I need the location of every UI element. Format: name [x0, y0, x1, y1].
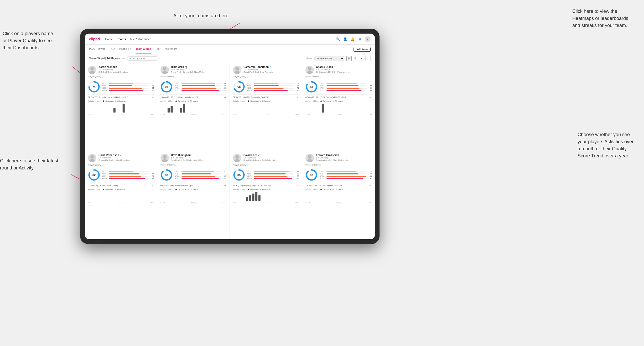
player-card[interactable]: Aaron Nicholls 11-15 Handicap Drift Golf…: [85, 63, 157, 151]
latest-round[interactable]: 18 Jul 23 | 74 (+4), Sunningdale GC - Ol…: [305, 183, 372, 187]
latest-round[interactable]: 04 Sep 23 | Mobility with coach, Gym →: [160, 183, 226, 187]
quality-section[interactable]: 74 OTT 60 APP 58 ARG 84 PUTT 85: [88, 81, 154, 93]
info-icon[interactable]: ℹ: [365, 56, 371, 61]
date-mid: 21 Aug: [118, 114, 123, 115]
player-card[interactable]: Charlie Quick ✔ 6-10 Handicap St. George…: [302, 63, 375, 151]
sub-nav-all-players[interactable]: All Players: [165, 45, 177, 54]
avatar[interactable]: ●: [365, 36, 371, 42]
quality-circle[interactable]: 83: [305, 81, 318, 93]
round-text: 26 Aug 23 | 84 (+12), Royal North Devon …: [233, 184, 272, 187]
latest-round[interactable]: 05 Mar 23 | 19, Must make putting →: [88, 183, 154, 187]
player-avatar: [160, 154, 169, 162]
player-name[interactable]: Charlie Quick ✔: [316, 66, 372, 68]
player-name[interactable]: David Ford ✔: [243, 154, 299, 157]
player-name[interactable]: Cameron Robertson ✔: [243, 66, 299, 68]
stat-row-putt: PUTT 95: [175, 89, 226, 91]
round-arrow-icon[interactable]: →: [369, 184, 372, 187]
show-select[interactable]: Player Activity Quality Score Trend: [314, 56, 344, 61]
filter-icon[interactable]: ▼: [359, 56, 364, 61]
nav-item-home[interactable]: Home: [105, 38, 113, 41]
nav-item-performance[interactable]: My Performance: [130, 38, 152, 41]
quality-section[interactable]: 85 OTT 89 APP 80 ARG 83 PUTT 96: [233, 169, 299, 181]
round-arrow-icon[interactable]: →: [296, 184, 299, 187]
off-course-label: Off course: [335, 188, 343, 190]
nav-item-teams[interactable]: Teams: [117, 38, 126, 41]
player-card[interactable]: Cameron Robertson ✔ 11-15 Handicap Royal…: [230, 63, 302, 151]
player-name[interactable]: Blair McHarg: [171, 66, 226, 68]
quality-circle[interactable]: 68: [233, 81, 245, 93]
round-arrow-icon[interactable]: →: [369, 96, 372, 99]
svg-text:83: 83: [310, 85, 313, 88]
quality-section[interactable]: 83 OTT 77 APP 80 ARG 83 PUTT 86: [305, 81, 372, 93]
quality-section[interactable]: 93 OTT 84 APP 85 ARG 88 PUTT 95: [160, 81, 226, 93]
on-course-label: On course: [323, 100, 331, 102]
quality-stats: OTT 89 APP 80 ARG 83 PUTT 96: [247, 171, 299, 179]
round-text: 07 Aug 23 | 77 (+7), St George's Hill GC…: [305, 96, 347, 98]
player-name[interactable]: Dave Billingham: [171, 154, 226, 157]
player-handicap: 11-15 Handicap: [243, 68, 299, 71]
quality-circle[interactable]: 74: [88, 81, 100, 93]
quality-section[interactable]: 68 OTT 61 APP 63 ARG 75 PUTT 85: [233, 81, 299, 93]
sub-nav-team-clippd[interactable]: Team Clippd: [136, 45, 151, 54]
player-info: Chris Robertson ✔ 1-5 Handicap Craigmill…: [98, 154, 154, 161]
settings-icon[interactable]: ⚙️: [357, 37, 362, 41]
latest-round[interactable]: 02 Jul 23 | 59 (+17), Craigmillar Park G…: [233, 94, 299, 99]
quality-section[interactable]: 87 OTT 73 APP 79 ARG 103 PUTT 92: [305, 169, 372, 181]
activity-section: Activity · 1 Month On course Off course …: [233, 188, 299, 237]
round-text: 02 Jul 23 | 59 (+17), Craigmillar Park G…: [233, 96, 269, 98]
round-arrow-icon[interactable]: →: [151, 96, 154, 99]
svg-rect-22: [168, 108, 170, 113]
on-course-label: On course: [178, 100, 186, 102]
nav-bar: clippd Home Teams My Performance 🔍 👤 🔔 ⚙…: [85, 34, 375, 45]
stat-row-app: APP 63: [247, 85, 299, 87]
date-mid: 21 Aug: [191, 202, 196, 204]
quality-circle[interactable]: 87: [160, 169, 173, 181]
svg-text:82: 82: [92, 173, 96, 177]
sub-nav-tour[interactable]: Tour: [155, 45, 160, 54]
latest-round[interactable]: 26 Aug 23 | 73 (+1), Royal North Devon G…: [160, 94, 226, 99]
user-icon[interactable]: 👤: [343, 37, 347, 41]
quality-circle[interactable]: 82: [88, 169, 100, 181]
player-card[interactable]: Blair McHarg Plus Handicap Royal North D…: [157, 63, 230, 151]
player-card[interactable]: Chris Robertson ✔ 1-5 Handicap Craigmill…: [85, 151, 157, 239]
round-arrow-icon[interactable]: →: [296, 96, 299, 99]
on-course-dot: [175, 100, 177, 102]
verified-icon: ✔: [334, 66, 335, 68]
quality-label: Player Quality ⓘ: [233, 76, 299, 78]
sub-nav-hcaps[interactable]: Hcaps 1-5: [120, 45, 132, 54]
sub-nav-pga[interactable]: PGA: [110, 45, 115, 54]
player-name[interactable]: Aaron Nicholls: [98, 66, 154, 68]
round-arrow-icon[interactable]: →: [224, 184, 226, 187]
quality-section[interactable]: 87 OTT 82 APP 74 ARG 85 PUTT 94: [160, 169, 226, 181]
stat-row-putt: PUTT 86: [320, 89, 372, 91]
quality-circle[interactable]: 85: [233, 169, 245, 181]
player-card[interactable]: David Ford ✔ 1-5 Handicap Royal North De…: [230, 151, 302, 239]
list-view-icon[interactable]: ⊟: [353, 56, 358, 61]
add-team-button[interactable]: Add Team: [354, 47, 371, 52]
grid-view-icon[interactable]: ⊞: [346, 56, 352, 61]
player-card[interactable]: Dave Billingham 1-5 Handicap Sag Maging …: [157, 151, 230, 239]
date-end: 4 Sep: [367, 114, 372, 115]
round-arrow-icon[interactable]: →: [151, 184, 154, 187]
date-start: 31 Jul: [305, 114, 310, 115]
round-arrow-icon[interactable]: →: [224, 96, 226, 99]
quality-section[interactable]: 82 OTT 60 APP 77 ARG 81 PUTT 91: [88, 169, 154, 181]
activity-section: Activity · 1 Month On course Off course …: [88, 188, 154, 237]
player-name[interactable]: Edward Crossman: [316, 154, 372, 157]
stat-row-arg: ARG 81: [102, 175, 154, 177]
latest-round[interactable]: 07 Aug 23 | 77 (+7), St George's Hill GC…: [305, 94, 372, 99]
latest-round[interactable]: 02 Sep 23 | Sunset round to get back int…: [88, 94, 154, 99]
stat-row-arg: ARG 83: [320, 87, 372, 89]
player-avatar: [305, 154, 314, 162]
sub-nav-pgat[interactable]: PGAT Players: [89, 45, 105, 54]
player-card[interactable]: Edward Crossman 1-5 Handicap Sunningdale…: [302, 151, 375, 239]
svg-rect-16: [123, 104, 125, 113]
quality-circle[interactable]: 87: [305, 169, 318, 181]
edit-icon[interactable]: ✏: [122, 57, 124, 60]
quality-circle[interactable]: 93: [160, 81, 173, 93]
player-name[interactable]: Chris Robertson ✔: [98, 154, 154, 157]
filter-input[interactable]: [127, 56, 159, 61]
bell-icon[interactable]: 🔔: [350, 37, 355, 41]
search-icon[interactable]: 🔍: [335, 37, 340, 41]
latest-round[interactable]: 26 Aug 23 | 84 (+12), Royal North Devon …: [233, 183, 299, 187]
